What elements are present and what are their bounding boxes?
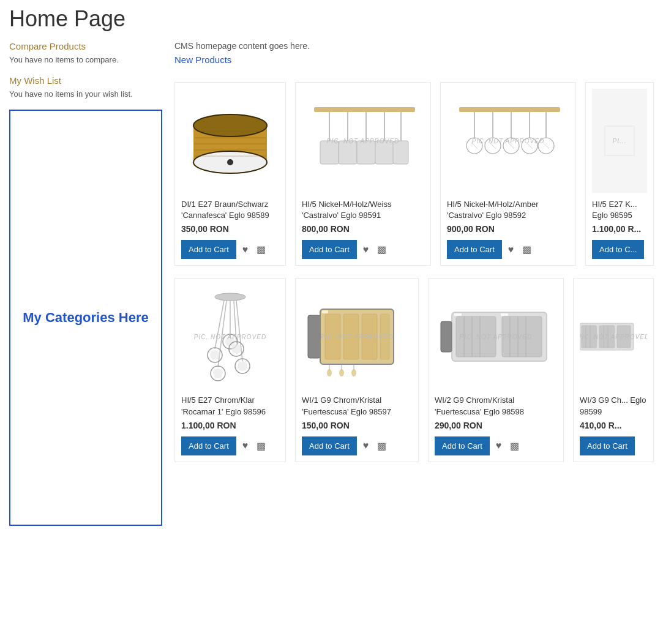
product-card: PIC. NOT APPROVED HI/5 E27 Chrom/Klar 'R… [174,278,286,462]
compare-icon-button[interactable]: ▩ [375,438,389,454]
svg-line-35 [508,143,514,149]
product-name: HI/5 E27 Chrom/Klar 'Rocamar 1' Eglo 985… [181,395,279,417]
add-to-cart-button[interactable]: Add to Cart [435,436,490,455]
add-to-cart-button[interactable]: Add to Cart [181,240,236,259]
product-actions: Add to Cart ♥ ▩ [302,240,424,259]
svg-point-10 [227,159,233,165]
wishlist-icon-button[interactable]: ♥ [493,438,504,454]
product-price: 290,00 RON [435,421,557,430]
svg-rect-80 [501,313,508,316]
wishlist-icon-button[interactable]: ♥ [506,242,517,258]
wishlist-icon-button[interactable]: ♥ [240,242,251,258]
compare-icon-button[interactable]: ▩ [520,241,534,258]
product-actions: Add to Cart ♥ ▩ [435,436,557,455]
svg-line-33 [471,143,478,149]
product-image-wrap [181,89,279,193]
svg-rect-84 [617,326,631,348]
wishlist-icon-button[interactable]: ♥ [361,242,372,258]
product-price: 350,00 RON [181,224,279,234]
svg-point-39 [215,293,245,301]
product-name: HI/5 Nickel-M/Holz/Amber 'Castralvo' Egl… [447,199,569,221]
main-content: CMS homepage content goes here. New Prod… [174,41,654,526]
add-to-cart-button[interactable]: Add to Cart [447,240,502,259]
svg-point-50 [238,361,247,371]
wishlist-icon-button[interactable]: ♥ [361,438,372,454]
product-name: WI/3 G9 Ch... Eglo 98599 [580,395,647,417]
product-grid-row2: PIC. NOT APPROVED HI/5 E27 Chrom/Klar 'R… [174,278,654,462]
product-card: DI/1 E27 Braun/Schwarz 'Cannafesca' Eglo… [174,82,286,266]
product-actions: Add to Cart [580,436,647,455]
product-image-placeholder [592,89,647,193]
sidebar: Compare Products You have no items to co… [9,41,162,526]
svg-line-37 [543,143,549,149]
product-card: PIC. NOT APPROVED WI/1 G9 Chrom/Kristal … [295,278,419,462]
svg-rect-11 [314,107,415,112]
product-price: 1.100,00 R... [592,224,647,234]
product-card: PIC. NOT APPROVED WI/3 G9 Ch... Eglo 985… [573,278,654,462]
product-image-wrap: PIC. NOT APPROVED [435,285,557,389]
svg-line-34 [490,143,496,149]
product-image-wrap: PIC. NOT APPROVED [302,285,412,389]
svg-rect-20 [375,141,394,164]
product-card: PIC. NOT APPROVED HI/5 Nickel-M/Holz/Amb… [440,82,576,266]
product-image-wrap: PIC. NOT APPROVED [580,285,647,389]
compare-empty-text: You have no items to compare. [9,55,162,64]
svg-rect-83 [599,326,615,348]
product-card: PIC. NOT APPROVED WI/2 G9 Chrom/Kristal … [428,278,564,462]
add-to-cart-button[interactable]: Add to Cart [580,436,635,455]
product-grid-row1: DI/1 E27 Braun/Schwarz 'Cannafesca' Eglo… [174,82,654,266]
svg-rect-59 [362,314,377,359]
svg-rect-72 [502,316,542,357]
svg-rect-82 [582,326,597,348]
wishlist-link[interactable]: My Wish List [9,75,162,86]
product-name: WI/2 G9 Chrom/Kristal 'Fuertescusa' Eglo… [435,395,557,417]
svg-rect-57 [325,314,340,359]
svg-rect-21 [393,141,408,164]
svg-rect-69 [441,321,452,352]
add-to-cart-button[interactable]: Add to Cart [302,436,357,455]
product-actions: Add to Cart ♥ ▩ [181,436,279,455]
product-actions: Add to C... [592,240,647,259]
add-to-cart-button[interactable]: Add to Cart [302,240,357,259]
product-image-wrap: PIC. NOT APPROVED [181,285,279,389]
svg-rect-71 [456,316,496,357]
add-to-cart-button[interactable]: Add to C... [592,240,644,259]
compare-icon-button[interactable]: ▩ [254,438,268,454]
product-actions: Add to Cart ♥ ▩ [302,436,412,455]
categories-box: My Categories Here [9,110,162,526]
add-to-cart-button[interactable]: Add to Cart [181,436,236,455]
compare-products-link[interactable]: Compare Products [9,41,162,51]
wishlist-icon-button[interactable]: ♥ [240,438,251,454]
svg-rect-61 [322,310,328,313]
new-products-link[interactable]: New Products [174,54,231,65]
svg-line-36 [526,143,533,149]
product-image-wrap: PIC. NOT APPROVED [447,89,569,193]
categories-label: My Categories Here [23,309,148,327]
product-price: 1.100,00 RON [181,421,279,430]
svg-rect-58 [343,314,359,359]
product-name: DI/1 E27 Braun/Schwarz 'Cannafesca' Eglo… [181,199,279,221]
svg-point-54 [231,344,241,354]
cms-text: CMS homepage content goes here. [174,41,654,51]
product-card: PIC. NOT APPROVED HI/5 Nickel-M/Holz/Wei… [295,82,431,266]
svg-rect-22 [459,107,560,112]
product-image-wrap: PIC. NOT APPROVED [302,89,424,193]
svg-point-46 [210,350,220,360]
svg-point-68 [351,369,356,376]
product-price: 150,00 RON [302,421,412,430]
product-card: PI... HI/5 E27 K... Eglo 98595 1.100,00 … [585,82,654,266]
svg-point-66 [339,369,344,376]
wishlist-empty-text: You have no items in your wish list. [9,89,162,99]
product-actions: Add to Cart ♥ ▩ [181,240,279,259]
svg-rect-79 [454,313,462,316]
product-price: 410,00 R... [580,421,647,430]
product-actions: Add to Cart ♥ ▩ [447,240,569,259]
svg-rect-60 [380,314,389,359]
svg-rect-38 [605,126,634,155]
product-price: 900,00 RON [447,224,569,234]
compare-icon-button[interactable]: ▩ [375,241,389,258]
compare-icon-button[interactable]: ▩ [508,438,522,454]
svg-point-64 [327,369,332,376]
compare-icon-button[interactable]: ▩ [254,241,268,258]
svg-rect-18 [339,141,357,164]
